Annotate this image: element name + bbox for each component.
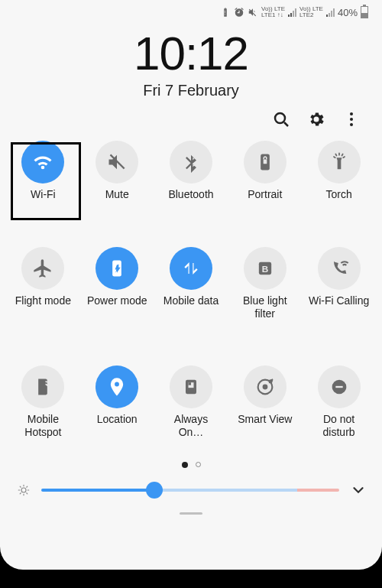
tile-label: Wi-Fi — [31, 188, 56, 201]
tile-power[interactable]: Power mode — [80, 247, 154, 320]
wifi-calling-icon — [329, 258, 350, 279]
bluetooth-icon — [180, 151, 202, 173]
tile-mute[interactable]: Mute — [80, 141, 154, 201]
battery-alert-icon — [220, 7, 231, 18]
tile-label: Blue light filter — [235, 294, 296, 320]
tile-label: Bluetooth — [168, 188, 213, 201]
mute-tile-icon — [106, 151, 128, 173]
quick-settings-panel: Vo)) LTE LTE1 ↑↓ Vo)) LTE LTE2 40% 10:12… — [0, 0, 382, 570]
signal2-icon — [326, 8, 335, 17]
tile-label: Flight mode — [15, 294, 71, 307]
airplane-icon — [32, 258, 53, 279]
more-icon[interactable] — [342, 110, 361, 128]
pager — [0, 462, 382, 468]
tile-label: Wi-Fi Calling — [309, 294, 369, 307]
tile-flight[interactable]: Flight mode — [6, 247, 80, 320]
svg-line-1 — [284, 122, 288, 126]
svg-point-17 — [21, 488, 26, 492]
alarm-icon — [234, 7, 244, 18]
svg-rect-6 — [263, 160, 267, 164]
tile-dnd[interactable]: Do not disturb — [302, 365, 376, 439]
wifi-icon — [32, 151, 53, 173]
tile-hotspot[interactable]: Mobile Hotspot — [6, 365, 80, 439]
location-icon — [106, 376, 128, 398]
svg-rect-16 — [335, 386, 342, 388]
pager-dot[interactable] — [182, 462, 188, 468]
tile-label: Mobile data — [163, 294, 219, 307]
lte1-label: Vo)) LTE LTE1 ↑↓ — [261, 6, 285, 18]
tile-wificalling[interactable]: Wi-Fi Calling — [302, 247, 376, 320]
brightness-row — [0, 468, 382, 509]
torch-icon — [329, 151, 350, 173]
dnd-icon — [329, 376, 350, 398]
power-mode-icon — [106, 258, 128, 279]
tile-mobiledata[interactable]: Mobile data — [154, 247, 228, 320]
svg-point-2 — [350, 112, 353, 115]
tile-wifi[interactable]: Wi-Fi — [6, 141, 80, 201]
tile-alwayson[interactable]: Always On… — [154, 365, 228, 439]
mobile-data-icon — [180, 258, 202, 279]
mute-icon — [248, 7, 258, 18]
lte2-label: Vo)) LTE LTE2 — [299, 6, 323, 18]
tile-label: Torch — [325, 188, 351, 201]
status-bar: Vo)) LTE LTE1 ↑↓ Vo)) LTE LTE2 40% — [0, 0, 382, 21]
tile-label: Do not disturb — [309, 413, 370, 439]
always-on-icon — [180, 376, 202, 398]
tile-label: Mobile Hotspot — [12, 413, 73, 439]
drag-handle[interactable] — [180, 512, 202, 515]
battery-icon — [361, 6, 368, 18]
gear-icon[interactable] — [307, 110, 325, 128]
tile-label: Power mode — [87, 294, 147, 307]
brightness-slider[interactable] — [41, 489, 339, 492]
hotspot-icon — [32, 376, 53, 398]
tile-portrait[interactable]: Portrait — [228, 141, 302, 201]
tile-label: Portrait — [248, 188, 282, 201]
portrait-lock-icon — [254, 151, 276, 173]
tile-bluefilter[interactable]: B Blue light filter — [228, 247, 302, 320]
tile-location[interactable]: Location — [80, 365, 154, 439]
svg-text:B: B — [262, 263, 268, 273]
svg-point-0 — [275, 113, 285, 123]
clock: 10:12 — [0, 26, 382, 80]
tile-label: Location — [97, 413, 138, 426]
signal1-icon — [288, 8, 296, 17]
svg-point-4 — [350, 123, 353, 126]
tile-label: Always On… — [160, 413, 222, 439]
pager-dot[interactable] — [196, 462, 201, 467]
tiles-grid: Wi-Fi Mute Bluetooth Portrait Torch Flig… — [0, 132, 382, 439]
blue-light-icon: B — [254, 258, 276, 279]
tile-torch[interactable]: Torch — [302, 141, 376, 201]
action-row — [0, 99, 382, 132]
tile-smartview[interactable]: Smart View — [228, 365, 302, 439]
smart-view-icon — [254, 376, 276, 398]
date: Fri 7 February — [0, 82, 382, 99]
svg-point-3 — [350, 118, 353, 121]
tile-label: Smart View — [238, 413, 292, 426]
brightness-icon — [17, 483, 31, 497]
brightness-thumb[interactable] — [146, 482, 163, 499]
chevron-down-icon[interactable] — [350, 482, 367, 499]
tile-bluetooth[interactable]: Bluetooth — [154, 141, 228, 201]
svg-point-14 — [263, 385, 267, 389]
tile-label: Mute — [105, 188, 129, 201]
battery-pct: 40% — [338, 7, 358, 18]
svg-rect-12 — [188, 383, 191, 386]
search-icon[interactable] — [272, 110, 290, 128]
